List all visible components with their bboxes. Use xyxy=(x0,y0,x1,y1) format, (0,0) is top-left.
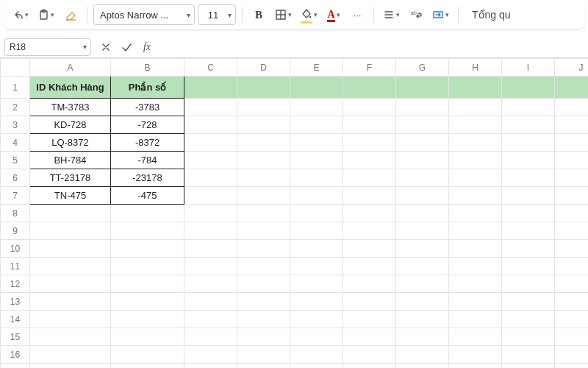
column-header[interactable]: F xyxy=(343,59,396,77)
cell[interactable] xyxy=(290,275,343,293)
cell[interactable] xyxy=(111,222,184,240)
cell[interactable] xyxy=(396,152,449,169)
cell[interactable] xyxy=(449,134,502,152)
row-header[interactable]: 16 xyxy=(1,346,30,364)
cell[interactable] xyxy=(290,346,343,364)
cell[interactable] xyxy=(396,187,449,205)
cell[interactable] xyxy=(237,293,290,311)
cell[interactable] xyxy=(184,99,237,116)
cell[interactable] xyxy=(502,134,555,152)
cell[interactable] xyxy=(343,187,396,205)
cell[interactable] xyxy=(111,328,184,346)
cell[interactable] xyxy=(396,311,449,328)
cell[interactable]: -784 xyxy=(111,152,184,169)
cell[interactable] xyxy=(184,169,237,187)
cell[interactable]: TT-23178 xyxy=(30,169,111,187)
cell[interactable] xyxy=(184,116,237,134)
cell[interactable] xyxy=(290,311,343,328)
cell[interactable] xyxy=(184,311,237,328)
cell[interactable] xyxy=(111,364,184,369)
cancel-formula-button[interactable] xyxy=(96,37,116,57)
cell[interactable] xyxy=(555,116,589,134)
cell[interactable]: BH-784 xyxy=(30,152,111,169)
cell[interactable] xyxy=(396,116,449,134)
cell[interactable] xyxy=(30,328,111,346)
cell[interactable] xyxy=(237,328,290,346)
row-header[interactable]: 4 xyxy=(1,134,30,152)
cell[interactable] xyxy=(290,187,343,205)
column-header[interactable]: J xyxy=(555,59,589,77)
cell[interactable] xyxy=(502,205,555,222)
cell[interactable] xyxy=(237,346,290,364)
cell[interactable] xyxy=(237,258,290,275)
cell[interactable] xyxy=(502,240,555,258)
cell[interactable] xyxy=(502,152,555,169)
cell[interactable]: KD-728 xyxy=(30,116,111,134)
cell[interactable] xyxy=(184,346,237,364)
cell[interactable] xyxy=(449,346,502,364)
cell[interactable] xyxy=(111,240,184,258)
cell[interactable] xyxy=(449,205,502,222)
cell[interactable] xyxy=(555,152,589,169)
column-header[interactable]: A xyxy=(30,59,111,77)
column-header[interactable]: C xyxy=(184,59,237,77)
cell[interactable] xyxy=(290,364,343,369)
column-header[interactable]: D xyxy=(237,59,290,77)
cell[interactable] xyxy=(396,258,449,275)
cell[interactable] xyxy=(555,258,589,275)
cell[interactable] xyxy=(449,293,502,311)
cell[interactable] xyxy=(502,222,555,240)
cell[interactable] xyxy=(290,99,343,116)
cell[interactable] xyxy=(502,346,555,364)
name-box[interactable]: R18 ▾ xyxy=(4,38,91,56)
cell[interactable] xyxy=(30,258,111,275)
column-header[interactable]: H xyxy=(449,59,502,77)
cell[interactable] xyxy=(343,77,396,99)
borders-button[interactable]: ▾ xyxy=(272,4,295,25)
cell[interactable] xyxy=(555,328,589,346)
cell[interactable] xyxy=(502,275,555,293)
cell[interactable] xyxy=(237,240,290,258)
fx-button[interactable]: fx xyxy=(137,37,157,57)
cell[interactable] xyxy=(502,311,555,328)
cell[interactable] xyxy=(237,116,290,134)
merge-button[interactable]: ▾ xyxy=(429,4,452,25)
bold-button[interactable]: B xyxy=(248,4,269,25)
cell[interactable] xyxy=(396,77,449,99)
cell[interactable] xyxy=(290,169,343,187)
cell[interactable] xyxy=(30,205,111,222)
cell[interactable] xyxy=(396,205,449,222)
ribbon-tab-button[interactable]: Tổng qu xyxy=(465,6,518,24)
clear-format-button[interactable] xyxy=(60,4,81,25)
font-size-select[interactable]: 11 ▾ xyxy=(198,4,236,25)
row-header[interactable]: 12 xyxy=(1,275,30,293)
cell[interactable] xyxy=(555,222,589,240)
column-header[interactable]: B xyxy=(111,59,184,77)
cell[interactable] xyxy=(343,258,396,275)
cell[interactable] xyxy=(396,364,449,369)
cell[interactable] xyxy=(237,222,290,240)
cell[interactable] xyxy=(449,187,502,205)
cell[interactable] xyxy=(184,240,237,258)
cell[interactable]: -475 xyxy=(111,187,184,205)
cell[interactable] xyxy=(290,77,343,99)
column-header[interactable]: G xyxy=(396,59,449,77)
row-header[interactable]: 6 xyxy=(1,169,30,187)
cell[interactable] xyxy=(290,152,343,169)
cell[interactable] xyxy=(184,152,237,169)
cell[interactable] xyxy=(111,346,184,364)
undo-button[interactable]: ▾ xyxy=(9,4,32,25)
cell[interactable]: ID Khách Hàng xyxy=(30,77,111,99)
cell[interactable] xyxy=(30,346,111,364)
cell[interactable] xyxy=(555,77,589,99)
row-header[interactable]: 8 xyxy=(1,205,30,222)
cell[interactable] xyxy=(184,275,237,293)
cell[interactable] xyxy=(111,205,184,222)
cell[interactable] xyxy=(396,99,449,116)
paste-button[interactable]: ▾ xyxy=(35,4,57,25)
cell[interactable]: Phần số xyxy=(111,77,184,99)
fill-color-button[interactable]: ▾ xyxy=(298,4,320,25)
cell[interactable] xyxy=(502,99,555,116)
cell[interactable]: TN-475 xyxy=(30,187,111,205)
row-header[interactable]: 1 xyxy=(1,77,30,99)
